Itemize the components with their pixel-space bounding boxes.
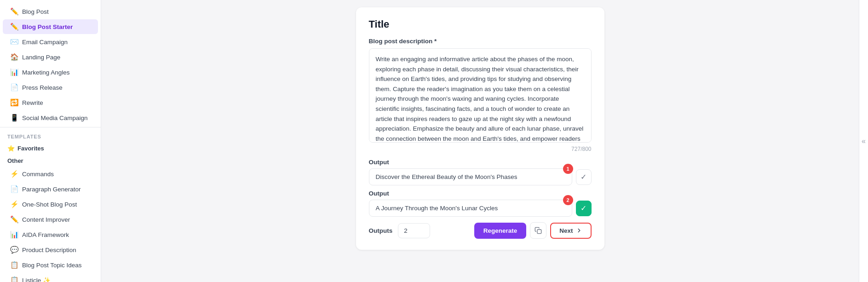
badge-1: 1: [563, 164, 573, 174]
next-button[interactable]: Next: [550, 223, 591, 239]
output-row-1: 1 ✓: [369, 168, 592, 185]
outputs-stepper[interactable]: [398, 223, 430, 238]
svg-rect-0: [537, 230, 541, 234]
blog-post-starter-icon: ✏️: [10, 23, 18, 31]
description-label: Blog post description *: [369, 38, 592, 45]
landing-page-icon: 🏠: [10, 53, 18, 61]
right-collapse-button[interactable]: «: [859, 0, 868, 282]
commands-icon: ⚡: [10, 170, 18, 178]
output-label-2: Output: [369, 190, 592, 197]
sidebar-item-social-media-campaign[interactable]: 📱 Social Media Campaign: [3, 110, 98, 125]
blog-post-icon: ✏️: [10, 7, 18, 16]
form-card: Title Blog post description * 727/800 Ou…: [356, 7, 604, 250]
sidebar-item-blog-post-topic-ideas[interactable]: 📋 Blog Post Topic Ideas: [3, 258, 98, 272]
rewrite-icon: 🔁: [10, 98, 18, 107]
badge-2: 2: [563, 195, 573, 205]
output-input-1[interactable]: [369, 168, 572, 185]
form-title: Title: [369, 18, 592, 30]
action-buttons: Regenerate Next: [474, 222, 592, 239]
sidebar: ✏️ Blog Post ✏️ Blog Post Starter ✉️ Ema…: [0, 0, 101, 282]
outputs-row: Outputs Regenerate Next: [369, 222, 592, 239]
aida-framework-icon: 📊: [10, 230, 18, 239]
sidebar-item-aida-framework[interactable]: 📊 AIDA Framework: [3, 227, 98, 242]
favorites-star-icon: ⭐: [7, 145, 15, 152]
copy-icon: [535, 227, 542, 234]
next-chevron-icon: [576, 227, 582, 234]
templates-section-label: TEMPLATES: [0, 129, 101, 141]
output-check-btn-2[interactable]: ✓: [576, 201, 592, 216]
content-improver-icon: ✏️: [10, 215, 18, 224]
sidebar-item-content-improver[interactable]: ✏️ Content Improver: [3, 212, 98, 227]
description-textarea[interactable]: [369, 48, 592, 143]
output-check-btn-1[interactable]: ✓: [576, 169, 592, 185]
collapse-icon: «: [862, 137, 866, 145]
sidebar-item-blog-post-starter[interactable]: ✏️ Blog Post Starter: [3, 19, 98, 34]
sidebar-item-listicle[interactable]: 📋 Listicle ✨: [3, 273, 98, 282]
other-label: Other: [0, 154, 101, 166]
regenerate-button[interactable]: Regenerate: [474, 223, 527, 239]
main-area: Title Blog post description * 727/800 Ou…: [101, 0, 868, 282]
sidebar-item-commands[interactable]: ⚡ Commands: [3, 167, 98, 181]
output-label-1: Output: [369, 159, 592, 166]
sidebar-item-marketing-angles[interactable]: 📊 Marketing Angles: [3, 65, 98, 80]
sidebar-item-paragraph-generator[interactable]: 📄 Paragraph Generator: [3, 182, 98, 196]
char-count: 727/800: [369, 146, 592, 152]
product-description-icon: 💬: [10, 246, 18, 254]
sidebar-item-email-campaign[interactable]: ✉️ Email Campaign: [3, 35, 98, 49]
blog-post-topic-ideas-icon: 📋: [10, 261, 18, 269]
sidebar-item-landing-page[interactable]: 🏠 Landing Page: [3, 50, 98, 64]
marketing-angles-icon: 📊: [10, 68, 18, 76]
paragraph-generator-icon: 📄: [10, 185, 18, 193]
listicle-icon: 📋: [10, 276, 18, 282]
sidebar-item-product-description[interactable]: 💬 Product Description: [3, 242, 98, 257]
sidebar-item-blog-post[interactable]: ✏️ Blog Post: [3, 4, 98, 19]
outputs-label: Outputs: [369, 227, 393, 234]
sidebar-item-one-shot-blog-post[interactable]: ⚡ One-Shot Blog Post: [3, 197, 98, 212]
favorites-label: ⭐ Favorites: [0, 141, 101, 154]
one-shot-blog-post-icon: ⚡: [10, 200, 18, 208]
sidebar-item-press-release[interactable]: 📄 Press Release: [3, 80, 98, 95]
social-media-campaign-icon: 📱: [10, 114, 18, 122]
email-campaign-icon: ✉️: [10, 38, 18, 46]
sidebar-item-rewrite[interactable]: 🔁 Rewrite: [3, 95, 98, 110]
output-input-2[interactable]: [369, 200, 572, 217]
center-panel: Title Blog post description * 727/800 Ou…: [101, 0, 859, 282]
output-row-2: 2 ✓: [369, 200, 592, 217]
press-release-icon: 📄: [10, 83, 18, 92]
copy-button[interactable]: [530, 222, 546, 239]
